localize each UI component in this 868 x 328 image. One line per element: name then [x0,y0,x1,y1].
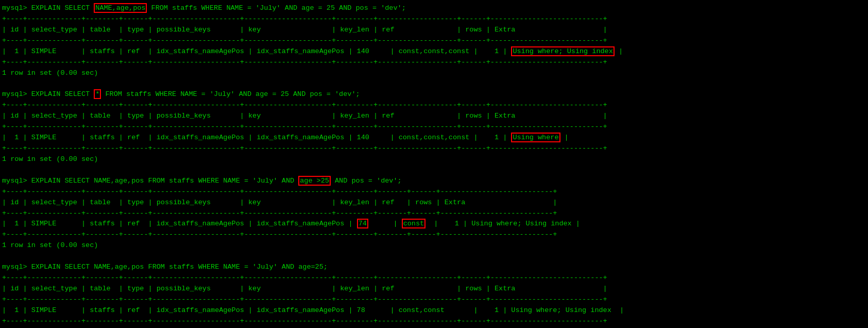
separator-4a: +----+-------------+--------+------+----… [2,273,866,284]
header-3: | id | select_type | table | type | poss… [2,198,866,208]
separator-3b: +----+-------------+--------+------+----… [2,208,866,219]
separator-2b: +----+-------------+--------+------+----… [2,122,866,133]
separator-1c: +----+-------------+--------+------+----… [2,57,866,68]
data-row-2-main: | 1 | SIMPLE | staffs | ref | idx_staffs… [2,134,511,141]
separator-3c: +----+-------------+--------+------+----… [2,229,866,240]
data-row-1-main: | 1 | SIMPLE | staffs | ref | idx_staffs… [2,47,511,55]
result-2: 1 row in set (0.00 sec) [2,154,866,165]
extra-highlight-2: Using where [511,133,560,142]
data-row-3-mid: | [368,220,402,227]
data-row-2: | 1 | SIMPLE | staffs | ref | idx_staffs… [2,133,866,143]
header-1: | id | select_type | table | type | poss… [2,25,866,36]
highlight-keylen-74: 74 [357,219,368,228]
result-1: 1 row in set (0.00 sec) [2,68,866,79]
separator-4c: +----+-------------+--------+------+----… [2,316,866,327]
highlight-age-gt25: age >25 [298,176,331,186]
highlight-ref-const: const [402,219,426,228]
command-line-4: mysql> EXPLAIN SELECT NAME,age,pos FROM … [2,262,866,273]
data-row-4: | 1 | SIMPLE | staffs | ref | idx_staffs… [2,305,866,316]
data-row-1-end: | [615,47,623,55]
separator-2c: +----+-------------+--------+------+----… [2,143,866,154]
command-suffix-3: AND pos = 'dev'; [331,177,402,185]
extra-highlight-1: Using where; Using index [511,46,614,56]
blank-2 [2,165,866,176]
command-line-1: mysql> EXPLAIN SELECT NAME,age,pos FROM … [2,3,866,14]
data-row-3-end: | 1 | Using where; Using index | [426,220,580,227]
header-4: | id | select_type | table | type | poss… [2,284,866,294]
highlight-star: * [94,89,101,99]
result-3: 1 row in set (0.00 sec) [2,240,866,251]
separator-4b: +----+-------------+--------+------+----… [2,294,866,305]
blank-1 [2,78,866,89]
command-line-3: mysql> EXPLAIN SELECT NAME,age,pos FROM … [2,176,866,187]
header-2: | id | select_type | table | type | poss… [2,111,866,122]
data-row-2-end: | [560,134,569,141]
separator-2a: +----+-------------+--------+------+----… [2,100,866,111]
command-suffix-1: FROM staffs WHERE NAME = 'July' AND age … [147,4,405,12]
command-prefix-1: mysql> EXPLAIN SELECT [2,4,94,12]
separator-1a: +----+-------------+--------+------+----… [2,14,866,25]
command-line-2: mysql> EXPLAIN SELECT * FROM staffs WHER… [2,89,866,100]
separator-1b: +----+-------------+--------+------+----… [2,36,866,46]
data-row-1: | 1 | SIMPLE | staffs | ref | idx_staffs… [2,46,866,57]
data-row-3: | 1 | SIMPLE | staffs | ref | idx_staffs… [2,219,866,229]
command-prefix-2: mysql> EXPLAIN SELECT [2,90,94,98]
data-row-3-prefix: | 1 | SIMPLE | staffs | ref | idx_staffs… [2,220,357,227]
separator-3a: +----+-------------+--------+------+----… [2,187,866,198]
highlight-name-age-pos: NAME,age,pos [94,3,147,13]
blank-3 [2,251,866,262]
command-suffix-2: FROM staffs WHERE NAME = 'July' AND age … [101,90,360,98]
command-prefix-3: mysql> EXPLAIN SELECT NAME,age,pos FROM … [2,177,298,185]
terminal: mysql> EXPLAIN SELECT NAME,age,pos FROM … [0,0,868,328]
